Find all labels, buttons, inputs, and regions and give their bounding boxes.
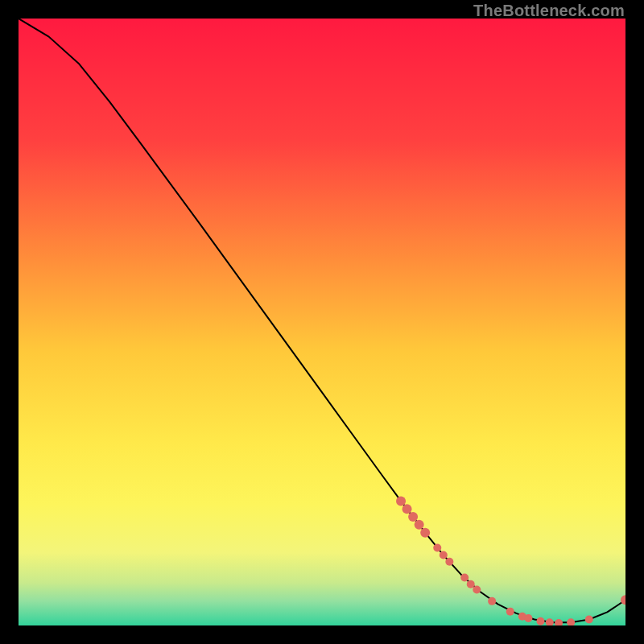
marker-point [440, 551, 448, 559]
chart-background [19, 19, 625, 625]
chart-svg [19, 19, 625, 625]
watermark-label: TheBottleneck.com [473, 2, 625, 20]
marker-point [408, 512, 418, 522]
marker-point [467, 580, 475, 588]
marker-point [585, 615, 593, 623]
marker-point [433, 543, 441, 551]
marker-point [402, 504, 412, 514]
marker-point [445, 558, 453, 566]
marker-point [420, 528, 430, 538]
marker-point [460, 573, 469, 581]
marker-point [415, 520, 424, 530]
marker-point [506, 608, 514, 616]
marker-point [536, 617, 544, 625]
chart-plot-area [19, 19, 625, 625]
chart-stage: TheBottleneck.com [0, 0, 644, 644]
marker-point [473, 586, 481, 594]
marker-point [396, 496, 406, 506]
marker-point [524, 614, 532, 622]
marker-point [488, 597, 496, 605]
